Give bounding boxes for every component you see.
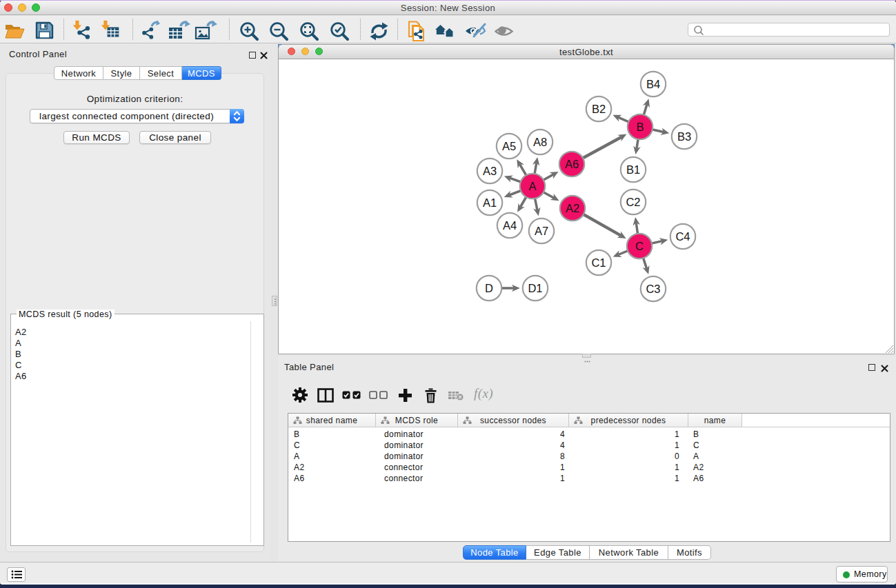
- svg-text:C3: C3: [646, 283, 660, 295]
- svg-text:B: B: [636, 121, 644, 133]
- svg-text:A3: A3: [483, 165, 497, 177]
- svg-text:A2: A2: [566, 202, 579, 214]
- svg-text:A: A: [528, 180, 536, 192]
- svg-text:A6: A6: [565, 158, 579, 170]
- svg-text:C2: C2: [626, 196, 640, 208]
- svg-text:B1: B1: [626, 163, 640, 176]
- svg-text:B3: B3: [677, 130, 691, 143]
- svg-text:A8: A8: [533, 136, 547, 148]
- svg-text:B4: B4: [646, 78, 660, 90]
- svg-text:B2: B2: [592, 103, 606, 115]
- svg-text:D: D: [485, 282, 493, 294]
- svg-text:A7: A7: [535, 225, 548, 237]
- svg-text:C: C: [635, 240, 644, 252]
- svg-text:A5: A5: [502, 140, 516, 152]
- svg-text:D1: D1: [528, 282, 542, 294]
- svg-text:C1: C1: [591, 256, 606, 269]
- svg-text:C4: C4: [675, 230, 690, 243]
- svg-text:A1: A1: [483, 196, 497, 209]
- svg-text:A4: A4: [503, 219, 517, 232]
